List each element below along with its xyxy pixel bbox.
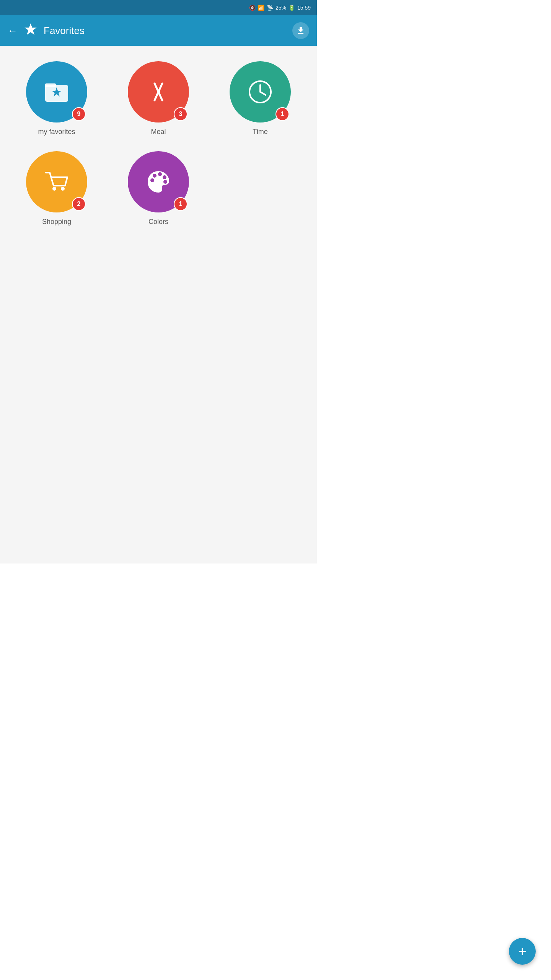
svg-point-10 [52,187,56,191]
svg-marker-0 [24,23,37,35]
download-button[interactable] [292,22,309,39]
time-text: 15:59 [297,5,311,11]
category-grid: 9 my favorites 3 Meal 1 Time [11,61,305,226]
category-label-colors: Colors [148,218,168,226]
status-icons: 🔇 📶 📡 25% 🔋 15:59 [249,5,311,11]
back-button[interactable]: ← [8,25,18,37]
circle-wrapper-time: 1 [230,61,291,122]
circle-wrapper-my-favorites: 9 [26,61,87,122]
signal-icon: 📡 [267,5,273,11]
page-title: Favorites [44,25,286,37]
battery-icon: 🔋 [289,5,295,11]
category-label-meal: Meal [151,128,166,136]
badge-time: 1 [276,107,289,121]
category-label-shopping: Shopping [42,218,71,226]
svg-point-16 [163,180,167,184]
wifi-icon: 📶 [258,5,264,11]
category-label-my-favorites: my favorites [38,128,75,136]
battery-text: 25% [276,5,286,11]
app-bar: ← Favorites [0,15,317,46]
status-bar: 🔇 📶 📡 25% 🔋 15:59 [0,0,317,15]
circle-wrapper-colors: 1 [128,151,189,212]
svg-point-11 [61,187,65,191]
svg-point-13 [153,174,156,178]
badge-colors: 1 [174,197,187,211]
category-item-meal[interactable]: 3 Meal [113,61,204,136]
svg-line-9 [260,92,266,95]
circle-wrapper-shopping: 2 [26,151,87,212]
category-item-my-favorites[interactable]: 9 my favorites [11,61,102,136]
circle-wrapper-meal: 3 [128,61,189,122]
star-icon [24,22,37,39]
category-label-time: Time [253,128,267,136]
svg-point-15 [163,175,166,179]
badge-shopping: 2 [72,197,86,211]
svg-point-6 [157,90,160,93]
svg-point-12 [150,178,154,182]
badge-meal: 3 [174,107,187,121]
category-item-shopping[interactable]: 2 Shopping [11,151,102,226]
svg-point-14 [158,172,162,176]
badge-my-favorites: 9 [72,107,86,121]
svg-rect-2 [45,83,56,87]
mute-icon: 🔇 [249,5,256,11]
category-item-colors[interactable]: 1 Colors [113,151,204,226]
main-content: 9 my favorites 3 Meal 1 Time [0,46,317,564]
category-item-time[interactable]: 1 Time [215,61,305,136]
